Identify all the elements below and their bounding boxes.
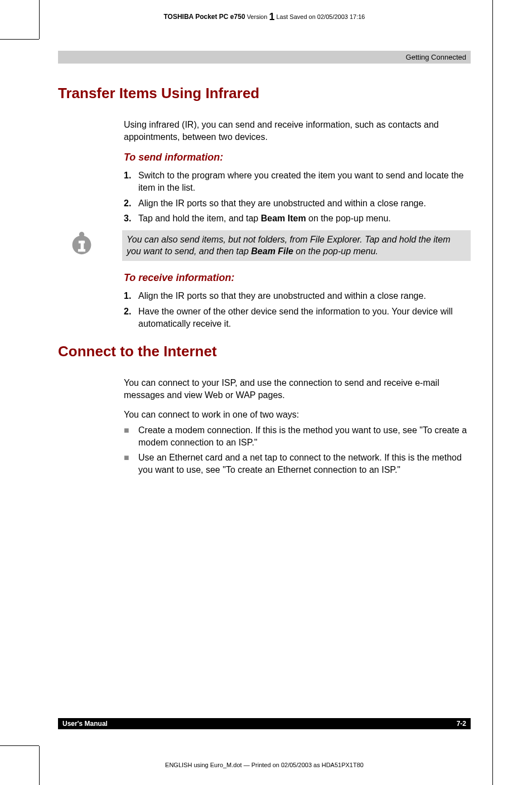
crop-mark [492,0,493,785]
note-suffix: on the pop-up menu. [293,246,378,256]
heading-receive: To receive information: [124,271,471,284]
crop-mark [0,745,39,746]
bullet-text: Create a modem connection. If this is th… [138,424,471,448]
note-row: You can also send items, but not folders… [58,230,471,261]
list-item: 3. Tap and hold the item, and tap Beam I… [124,212,471,225]
note-text: You can also send items, but not folders… [122,230,471,261]
svg-point-1 [79,232,84,237]
list-item: 2. Align the IR ports so that they are u… [124,197,471,210]
header-saved: Last Saved on 02/05/2003 17:16 [276,13,365,20]
step-text: Tap and hold the item, and tap Beam Item… [138,212,391,225]
heading-send: To send information: [124,151,471,164]
internet-p1: You can connect to your ISP, and use the… [124,377,471,401]
step-text: Switch to the program where you created … [138,169,471,193]
bullet-text: Use an Ethernet card and a net tap to co… [138,452,471,476]
footer-left: User's Manual [62,720,108,728]
step-text: Align the IR ports so that they are unob… [138,290,426,302]
infrared-intro: Using infrared (IR), you can send and re… [124,119,471,143]
step-text-prefix: Tap and hold the item, and tap [138,214,261,223]
step-number: 1. [124,290,138,302]
step-text: Have the owner of the other device send … [138,306,471,329]
step-text-suffix: on the pop-up menu. [306,214,391,223]
heading-internet: Connect to the Internet [58,343,471,360]
list-item: 2. Have the owner of the other device se… [124,306,471,329]
list-item: ■ Create a modem connection. If this is … [124,424,471,448]
internet-body: You can connect to your ISP, and use the… [124,377,471,476]
step-number: 3. [124,212,138,225]
step-number: 2. [124,306,138,329]
list-item: ■ Use an Ethernet card and a net tap to … [124,452,471,476]
square-bullet-icon: ■ [124,452,138,476]
info-icon [69,230,94,255]
svg-rect-3 [81,241,84,250]
step-number: 2. [124,197,138,210]
infrared-body: Using infrared (IR), you can send and re… [124,119,471,225]
step-text-bold: Beam Item [261,214,306,223]
internet-p2: You can connect to work in one of two wa… [124,409,471,421]
list-item: 1. Align the IR ports so that they are u… [124,290,471,302]
receive-body: To receive information: 1. Align the IR … [124,271,471,329]
step-number: 1. [124,169,138,193]
svg-rect-4 [78,249,85,252]
header-version-num: 1 [269,11,274,22]
square-bullet-icon: ■ [124,424,138,448]
send-steps: 1. Switch to the program where you creat… [124,169,471,224]
crop-mark [39,746,40,785]
step-text: Align the IR ports so that they are unob… [138,197,426,210]
footer-bar: User's Manual 7-2 [58,718,471,729]
footer-right: 7-2 [457,720,466,728]
note-bold: Beam File [251,246,293,256]
footer-print-info: ENGLISH using Euro_M.dot — Printed on 02… [58,762,471,768]
crop-mark [0,39,39,40]
section-banner: Getting Connected [58,51,471,64]
heading-infrared: Transfer Items Using Infrared [58,85,471,102]
header-version-label: Version [247,13,268,20]
crop-mark [39,0,40,39]
header-brand: TOSHIBA Pocket PC e750 [164,13,245,21]
running-header: TOSHIBA Pocket PC e750 Version 1 Last Sa… [58,11,471,23]
internet-bullets: ■ Create a modem connection. If this is … [124,424,471,476]
page-content: TOSHIBA Pocket PC e750 Version 1 Last Sa… [58,11,471,479]
receive-steps: 1. Align the IR ports so that they are u… [124,290,471,329]
list-item: 1. Switch to the program where you creat… [124,169,471,193]
